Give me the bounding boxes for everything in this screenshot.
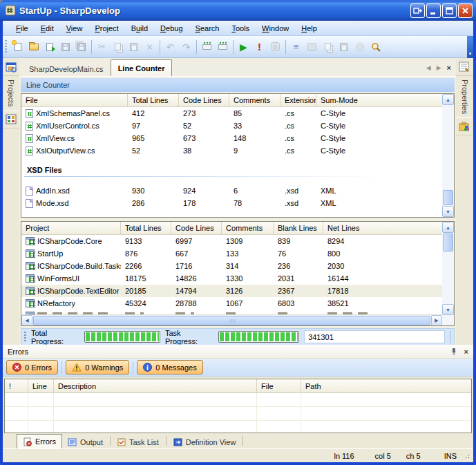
scroll-down-icon[interactable]: ▼ [442, 304, 454, 315]
column-header-path[interactable]: Path [301, 379, 471, 392]
open-button[interactable] [26, 39, 41, 55]
component-button[interactable] [304, 39, 320, 55]
column-header-description[interactable]: Description [54, 379, 257, 392]
column-header-total-lines[interactable]: Total Lines [128, 94, 179, 106]
scroll-up-icon[interactable]: ▲ [442, 222, 454, 233]
column-header-sum-mode[interactable]: Sum-Mode [316, 94, 442, 106]
project-row[interactable]: ICSharpCode.Build.Tasks 2266 1716 314 23… [21, 260, 442, 272]
column-header-code-lines[interactable]: Code Lines [171, 222, 222, 234]
projects-table-hscrollbar[interactable]: ◀ ▶ [21, 314, 442, 325]
menu-project[interactable]: Project [88, 22, 124, 35]
maximize-button[interactable] [442, 3, 457, 18]
column-header-extension[interactable]: Extension [280, 94, 316, 106]
toolbar-overflow-button[interactable]: ▾ [467, 36, 473, 58]
column-header-code-lines[interactable]: Code Lines [179, 94, 229, 106]
filter-errors-button[interactable]: 0 Errors [6, 360, 58, 374]
toolbox-pad-button[interactable] [456, 117, 473, 135]
close-tab-icon[interactable]: × [447, 64, 451, 72]
pin-icon[interactable] [450, 348, 457, 356]
redo-button[interactable]: ↷ [178, 39, 194, 55]
menu-window[interactable]: Window [256, 22, 295, 35]
undo-button[interactable]: ↶ [162, 39, 178, 55]
scroll-up-icon[interactable]: ▲ [442, 94, 454, 105]
menu-build[interactable]: Build [125, 22, 154, 35]
menu-edit[interactable]: Edit [35, 22, 60, 35]
file-row[interactable]: XmlSchemasPanel.cs 412 273 85 .cs C-Styl… [21, 107, 442, 120]
line-list-button[interactable]: ≡ [288, 39, 304, 55]
menu-tools[interactable]: Tools [225, 22, 256, 35]
project-row[interactable]: NRefactory 45324 28788 1067 6803 38521 [21, 297, 442, 310]
tab-errors[interactable]: Errors [17, 434, 62, 448]
float-window-button[interactable] [410, 3, 425, 18]
column-header-total-lines[interactable]: Total Lines [121, 222, 171, 234]
search-button[interactable] [368, 39, 383, 55]
projects-pad-label[interactable]: Projects [7, 79, 15, 107]
properties-pad-label[interactable]: Properties [461, 79, 469, 114]
scroll-thumb[interactable] [443, 234, 453, 252]
scroll-thumb[interactable] [443, 190, 453, 205]
column-header-blank-lines[interactable]: Blank Lines [274, 222, 323, 234]
column-header-file[interactable]: File [257, 379, 301, 392]
project-row[interactable]: StartUp 876 667 133 76 800 [21, 247, 442, 260]
scroll-track[interactable] [442, 105, 454, 189]
tab-line-counter[interactable]: Line Counter [111, 59, 173, 76]
scroll-track[interactable] [442, 252, 454, 304]
next-tab-icon[interactable]: ▶ [437, 64, 441, 71]
column-header-severity[interactable]: ! [5, 379, 28, 392]
scroll-left-icon[interactable]: ◀ [21, 315, 32, 326]
projects-pad-button[interactable] [3, 58, 19, 76]
project-row-highlighted[interactable]: ICSharpCode.TextEditor 20185 14794 3126 … [21, 285, 442, 297]
filter-messages-button[interactable]: 0 Messages [137, 360, 202, 374]
prev-tab-icon[interactable]: ◀ [426, 64, 431, 71]
project-row[interactable]: WinFormsUI 18175 14826 1330 2031 16144 [21, 272, 442, 285]
filter-warnings-button[interactable]: 0 Warnings [66, 360, 129, 374]
close-button[interactable] [458, 3, 473, 18]
cut-button[interactable]: ✂ [94, 39, 110, 55]
profile-button[interactable]: 0 [267, 39, 283, 55]
file-row[interactable]: Mode.xsd 286 178 78 .xsd XML [21, 197, 442, 209]
scroll-thumb[interactable] [33, 316, 430, 325]
properties-pad-button[interactable] [456, 58, 473, 76]
tab-sharpdevelopmain[interactable]: SharpDevelopMain.cs [22, 61, 111, 76]
save-button[interactable] [57, 39, 73, 55]
resize-grip[interactable] [462, 451, 471, 460]
tab-output[interactable]: Output [62, 435, 108, 448]
file-row[interactable]: XmlUserControl.cs 97 52 33 .cs C-Style [21, 120, 442, 132]
delete-button[interactable]: × [142, 39, 158, 55]
column-header-project[interactable]: Project [21, 222, 121, 234]
rebuild-button[interactable] [336, 39, 352, 55]
column-header-net-lines[interactable]: Net Lines [323, 222, 442, 234]
classes-pad-button[interactable] [3, 111, 19, 129]
column-header-comments[interactable]: Comments [229, 94, 280, 106]
browse-web-button[interactable] [352, 39, 368, 55]
menu-view[interactable]: View [60, 22, 89, 35]
copy-button[interactable] [110, 39, 126, 55]
close-panel-icon[interactable]: × [464, 348, 468, 356]
comment-region-button[interactable] [199, 39, 215, 55]
files-table-vscrollbar[interactable]: ▲ ▼ [442, 94, 454, 217]
abort-button[interactable]: ! [251, 39, 267, 55]
tab-task-list[interactable]: Task List [112, 435, 164, 448]
menu-search[interactable]: Search [189, 22, 226, 35]
menu-file[interactable]: File [10, 22, 35, 35]
menu-debug[interactable]: Debug [154, 22, 189, 35]
file-row[interactable]: AddIn.xsd 930 924 6 .xsd XML [21, 184, 442, 197]
new-file-button[interactable] [10, 39, 26, 55]
build-button[interactable] [320, 39, 336, 55]
column-header-comments[interactable]: Comments [222, 222, 274, 234]
column-header-file[interactable]: File [21, 94, 128, 106]
tab-definition-view[interactable]: Definition View [168, 435, 242, 448]
scroll-down-icon[interactable]: ▼ [442, 206, 454, 217]
scroll-right-icon[interactable]: ▶ [431, 315, 442, 326]
column-header-line[interactable]: Line [28, 379, 54, 392]
progress-toolbar-grip[interactable] [24, 332, 26, 342]
uncomment-region-button[interactable] [215, 39, 231, 55]
run-button[interactable]: ▶ [236, 39, 251, 55]
toolbar-grip[interactable] [5, 40, 7, 54]
open-with-button[interactable] [41, 39, 57, 55]
project-row[interactable]: ICSharpCode.Core 9133 6997 1309 839 8294 [21, 235, 442, 247]
minimize-button[interactable] [426, 3, 441, 18]
projects-table-vscrollbar[interactable]: ▲ ▼ [442, 222, 454, 325]
menu-help[interactable]: Help [295, 22, 323, 35]
paste-button[interactable] [126, 39, 142, 55]
